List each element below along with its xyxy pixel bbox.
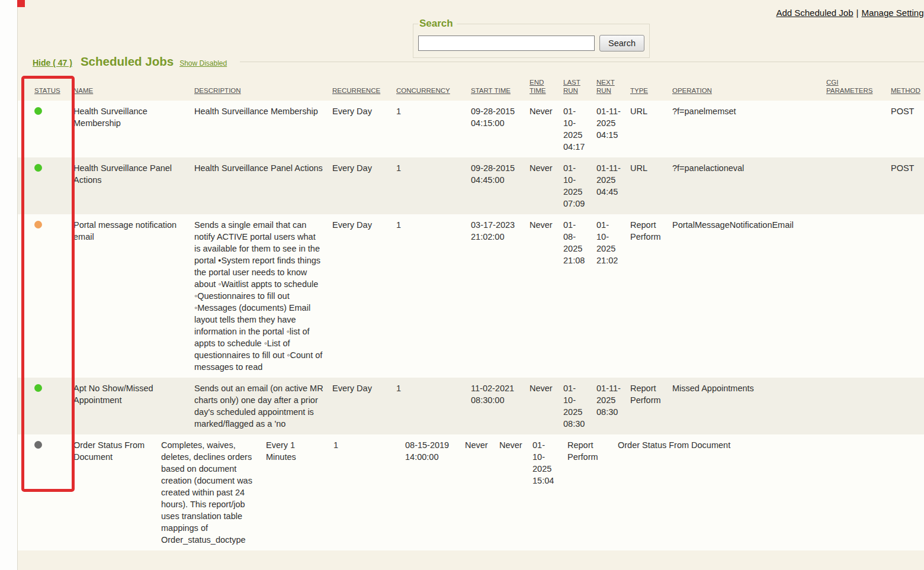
cell-next-run: 01-10-2025 21:02 — [596, 214, 630, 378]
cell-last-run: 01-10-2025 04:17 — [563, 101, 596, 157]
cell-cgi-parameters — [826, 214, 891, 378]
cell-operation: Order Status From Document — [618, 434, 772, 550]
column-header-operation[interactable]: OPERATION — [672, 71, 826, 101]
add-scheduled-job-link[interactable]: Add Scheduled Job — [776, 8, 853, 18]
cell-status — [18, 101, 73, 157]
cell-next-run: 01-11-2025 04:15 — [596, 101, 630, 157]
scheduled-jobs-table-continued: Order Status From DocumentCompletes, wai… — [18, 434, 924, 550]
cell-type: URL — [630, 101, 672, 157]
column-header-type[interactable]: TYPE — [630, 71, 672, 101]
cell-next-run: 01-11-2025 08:30 — [596, 378, 630, 434]
table-header: STATUS NAME DESCRIPTION RECURRENCE CONCU… — [18, 71, 924, 101]
job-row: Portal message notification emailSends a… — [18, 214, 924, 378]
manage-settings-link[interactable]: Manage Settings — [861, 8, 924, 18]
cell-name: Health Surveillance Membership — [73, 101, 194, 157]
column-header-last-run[interactable]: LAST RUN — [563, 71, 596, 101]
search-panel: Search Search — [413, 18, 650, 58]
scheduled-jobs-table: STATUS NAME DESCRIPTION RECURRENCE CONCU… — [18, 71, 924, 434]
cell-type: Report Perform — [630, 378, 672, 434]
table-header-row: STATUS NAME DESCRIPTION RECURRENCE CONCU… — [18, 71, 924, 101]
cell-concurrency: 1 — [396, 378, 471, 434]
column-header-method[interactable]: METHOD — [891, 71, 924, 101]
status-gray-dot-icon — [34, 441, 42, 449]
cell-concurrency: 1 — [396, 214, 471, 378]
cell-method — [891, 214, 924, 378]
cell-end-time: Never — [530, 378, 563, 434]
column-header-end-time[interactable]: END TIME — [530, 71, 563, 101]
column-header-concurrency[interactable]: CONCURRENCY — [396, 71, 471, 101]
cell-start-time: 11-02-2021 08:30:00 — [471, 378, 530, 434]
cell-start-time: 08-15-2019 14:00:00 — [405, 434, 465, 550]
search-input[interactable] — [418, 36, 595, 51]
job-row: Health Surveillance MembershipHealth Sur… — [18, 101, 924, 157]
cell-operation: PortalMessageNotificationEmail — [672, 214, 826, 378]
cell-method: POST — [891, 157, 924, 214]
status-green-dot-icon — [34, 164, 42, 172]
cell-next-run: 01-11-2025 04:45 — [596, 157, 630, 214]
cell-method: POST — [891, 101, 924, 157]
cell-status — [18, 157, 73, 214]
search-row: Search — [418, 35, 644, 51]
cell-description: Health Surveillance Membership — [194, 101, 332, 157]
column-header-recurrence[interactable]: RECURRENCE — [332, 71, 396, 101]
cell-recurrence: Every Day — [332, 157, 396, 214]
cell-recurrence: Every 1 Minutes — [266, 434, 333, 550]
cell-operation: ?f=panelactioneval — [672, 157, 826, 214]
cell-start-time: 03-17-2023 21:02:00 — [471, 214, 530, 378]
cell-status — [18, 214, 73, 378]
cell-last-run: 01-08-2025 21:08 — [563, 214, 596, 378]
section-divider-line — [240, 62, 924, 62]
column-header-cgi-parameters[interactable]: CGI PARAMETERS — [826, 71, 891, 101]
cell-start-time: 09-28-2015 04:45:00 — [471, 157, 530, 214]
cell-type: Report Perform — [630, 214, 672, 378]
cell-recurrence: Every Day — [332, 214, 396, 378]
left-frame-strip — [0, 0, 18, 570]
section-header: Hide ( 47 )Scheduled JobsShow Disabled — [33, 54, 227, 69]
cell-status — [18, 434, 73, 550]
cell-cgi-parameters — [826, 378, 891, 434]
search-button[interactable]: Search — [599, 35, 644, 51]
cell-concurrency: 1 — [396, 101, 471, 157]
hide-count-link[interactable]: Hide ( 47 ) — [33, 58, 72, 67]
cell-cgi-parameters — [826, 157, 891, 214]
job-row: Order Status From DocumentCompletes, wai… — [18, 434, 924, 550]
cell-concurrency: 1 — [396, 157, 471, 214]
cell-type: Report Perform — [567, 434, 618, 550]
column-header-next-run[interactable]: NEXT RUN — [596, 71, 630, 101]
cell-cgi-parameters — [826, 101, 891, 157]
cell-operation: ?f=panelmemset — [672, 101, 826, 157]
top-action-links: Add Scheduled Job|Manage Settings — [776, 8, 924, 18]
cell-name: Order Status From Document — [73, 434, 161, 550]
status-green-dot-icon — [34, 107, 42, 115]
column-header-status[interactable]: STATUS — [18, 71, 73, 101]
cell-description: Health Surveillance Panel Actions — [194, 157, 332, 214]
cell-method — [891, 378, 924, 434]
column-header-start-time[interactable]: START TIME — [471, 71, 530, 101]
cell-operation: Missed Appointments — [672, 378, 826, 434]
cell-description: Completes, waives, deletes, declines ord… — [161, 434, 266, 550]
cell-recurrence: Every Day — [332, 101, 396, 157]
cell-description: Sends a single email that can notify ACT… — [194, 214, 332, 378]
job-row: Health Surveillance Panel ActionsHealth … — [18, 157, 924, 214]
cell-start-time: 09-28-2015 04:15:00 — [471, 101, 530, 157]
column-header-name[interactable]: NAME — [73, 71, 194, 101]
column-header-description[interactable]: DESCRIPTION — [194, 71, 332, 101]
cell-cgi-parameters — [772, 434, 836, 550]
cell-method — [836, 434, 924, 550]
annotation-corner-mark — [17, 0, 25, 7]
show-disabled-link[interactable]: Show Disabled — [179, 59, 227, 67]
page-title: Scheduled Jobs — [81, 54, 174, 68]
cell-end-time: Never — [530, 214, 563, 378]
cell-end-time: Never — [465, 434, 499, 550]
job-row: Apt No Show/Missed AppointmentSends out … — [18, 378, 924, 434]
cell-concurrency: 1 — [333, 434, 405, 550]
cell-last-run: 01-10-2025 08:30 — [563, 378, 596, 434]
cell-next-run: 01-10-2025 15:04 — [532, 434, 567, 550]
cell-name: Apt No Show/Missed Appointment — [73, 378, 194, 434]
scheduled-jobs-page: Add Scheduled Job|Manage Settings Search… — [0, 0, 924, 570]
cell-status — [18, 378, 73, 434]
status-green-dot-icon — [34, 384, 42, 392]
cell-recurrence: Every Day — [332, 378, 396, 434]
link-separator: | — [856, 8, 859, 18]
scheduled-jobs-table-area: STATUS NAME DESCRIPTION RECURRENCE CONCU… — [18, 71, 924, 550]
